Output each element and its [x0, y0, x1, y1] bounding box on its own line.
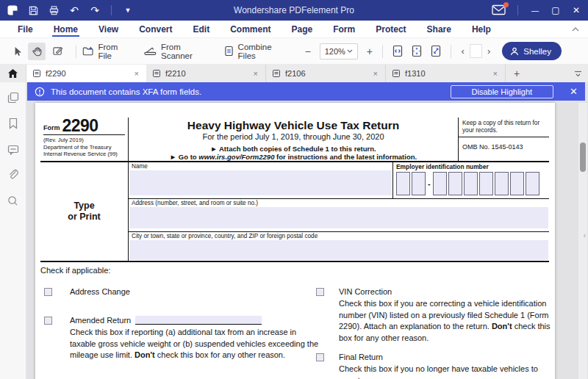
minimize-button[interactable]: —: [529, 7, 541, 15]
form-word: Form: [43, 124, 60, 134]
tab-f2290[interactable]: f2290 ×: [26, 65, 146, 82]
info-icon: [35, 87, 45, 97]
ein-box[interactable]: [510, 172, 524, 195]
actual-size-icon[interactable]: [430, 45, 442, 57]
tab-label: f2106: [285, 69, 372, 78]
menu-file[interactable]: File: [7, 21, 43, 37]
tab-f2210[interactable]: f2210 ×: [146, 65, 266, 82]
tab-f1310[interactable]: f1310 ×: [386, 65, 506, 82]
hand-tool-icon[interactable]: [28, 43, 46, 60]
from-file-button[interactable]: From File: [82, 43, 132, 60]
zoom-level-value: 120%: [325, 47, 345, 56]
home-tab-button[interactable]: [0, 65, 26, 82]
form-edit-icon[interactable]: [49, 43, 66, 60]
maximize-button[interactable]: ▢: [550, 5, 562, 15]
ein-box[interactable]: [412, 172, 426, 195]
goto-prefix: ► Go to: [170, 153, 198, 161]
menu-comment[interactable]: Comment: [220, 21, 281, 37]
address-field[interactable]: [129, 207, 548, 229]
ein-box[interactable]: [526, 172, 539, 195]
right-panel-collapse-icon[interactable]: ‹: [584, 231, 586, 239]
goto-url: www.irs.gov/Form2290: [198, 153, 274, 161]
final-return-checkbox[interactable]: [316, 353, 324, 361]
from-scanner-button[interactable]: From Scanner: [144, 43, 210, 60]
app-window: ↶ ↷ ▼ Wondershare PDFelement Pro — ▢ ✕ F…: [0, 0, 588, 379]
notification-close-icon[interactable]: ✕: [570, 86, 578, 97]
scrollbar-thumb[interactable]: [580, 142, 586, 172]
menu-protect[interactable]: Protect: [365, 21, 416, 37]
folder-plus-icon: [82, 46, 94, 57]
pdf-page: Form 2290 (Rev. July 2019) Department of…: [35, 103, 555, 379]
ein-box[interactable]: [495, 172, 509, 195]
ein-box[interactable]: [396, 172, 410, 195]
vin-correction-checkbox[interactable]: [316, 288, 324, 296]
select-cursor-icon[interactable]: [7, 43, 25, 60]
xfa-notification-bar: This document contains XFA form fields. …: [27, 82, 585, 101]
document-tab-icon: [32, 69, 41, 78]
search-icon[interactable]: [7, 194, 20, 207]
collapse-ribbon-icon[interactable]: [572, 21, 579, 37]
titlebar-separator: [517, 5, 518, 15]
bookmarks-icon[interactable]: [7, 117, 20, 130]
zoom-level-select[interactable]: 120%: [320, 43, 358, 59]
final-return-description: Check this box if you no longer have tax…: [339, 364, 561, 379]
titlebar: ↶ ↷ ▼ Wondershare PDFelement Pro — ▢ ✕: [0, 0, 588, 21]
menu-help[interactable]: Help: [462, 21, 501, 37]
person-icon: [510, 47, 519, 56]
comments-icon[interactable]: [7, 142, 20, 156]
thumbnails-icon[interactable]: [7, 91, 20, 104]
tab-label: f2290: [46, 69, 133, 78]
form-number: 2290: [62, 118, 98, 134]
amended-return-field[interactable]: [135, 316, 262, 325]
tab-close-icon[interactable]: ×: [492, 69, 499, 78]
menu-edit[interactable]: Edit: [183, 21, 220, 37]
amended-text: check this box for any other reason.: [155, 350, 285, 359]
form-revision: (Rev. July 2019): [43, 137, 125, 144]
attachments-icon[interactable]: [7, 168, 20, 181]
mail-icon[interactable]: [492, 4, 506, 16]
address-change-checkbox[interactable]: [44, 288, 52, 296]
next-page-button[interactable]: ›: [487, 46, 490, 57]
scanner-icon: [144, 46, 157, 57]
from-file-label: From File: [98, 43, 131, 60]
tab-close-icon[interactable]: ×: [372, 69, 379, 78]
city-field[interactable]: [129, 240, 548, 260]
ein-box[interactable]: [479, 172, 493, 195]
disable-highlight-button[interactable]: Disable Highlight: [451, 85, 554, 98]
user-account-button[interactable]: Shelley: [502, 42, 562, 60]
close-button[interactable]: ✕: [570, 5, 582, 15]
toolbar-dropdown-icon[interactable]: ▼: [121, 4, 135, 17]
chevron-down-icon: [347, 49, 353, 53]
zoom-in-button[interactable]: +: [363, 46, 376, 57]
previous-page-button[interactable]: ‹: [462, 46, 465, 57]
menu-form[interactable]: Form: [323, 21, 365, 37]
tab-close-icon[interactable]: ×: [133, 69, 140, 78]
ein-box[interactable]: [433, 172, 447, 195]
vertical-scrollbar[interactable]: [578, 103, 587, 379]
fit-width-icon[interactable]: [392, 45, 404, 57]
print-icon[interactable]: [47, 4, 60, 17]
tab-close-icon[interactable]: ×: [252, 69, 259, 78]
form-period: For the period July 1, 2019, through Jun…: [129, 132, 458, 142]
menu-view[interactable]: View: [88, 21, 129, 37]
combine-files-button[interactable]: Combine Files: [224, 43, 288, 60]
save-icon[interactable]: [26, 4, 40, 17]
undo-icon[interactable]: ↶: [68, 4, 81, 17]
ein-box[interactable]: [448, 172, 462, 195]
document-tab-icon: [392, 69, 401, 78]
menu-page[interactable]: Page: [282, 21, 323, 37]
name-field[interactable]: [129, 170, 392, 195]
tab-list-dropdown-icon[interactable]: [574, 65, 582, 82]
menu-convert[interactable]: Convert: [129, 21, 182, 37]
menu-share[interactable]: Share: [417, 21, 462, 37]
tab-f2106[interactable]: f2106 ×: [266, 65, 386, 82]
new-tab-button[interactable]: +: [506, 65, 528, 82]
page-number-input[interactable]: [470, 44, 482, 58]
amended-return-checkbox[interactable]: [44, 317, 52, 325]
redo-icon[interactable]: ↷: [88, 4, 101, 17]
zoom-out-button[interactable]: −: [301, 46, 315, 57]
ein-box[interactable]: [464, 172, 478, 195]
menu-home[interactable]: Home: [43, 21, 88, 37]
fit-page-icon[interactable]: [411, 45, 423, 57]
document-area: This document contains XFA form fields. …: [26, 82, 588, 379]
